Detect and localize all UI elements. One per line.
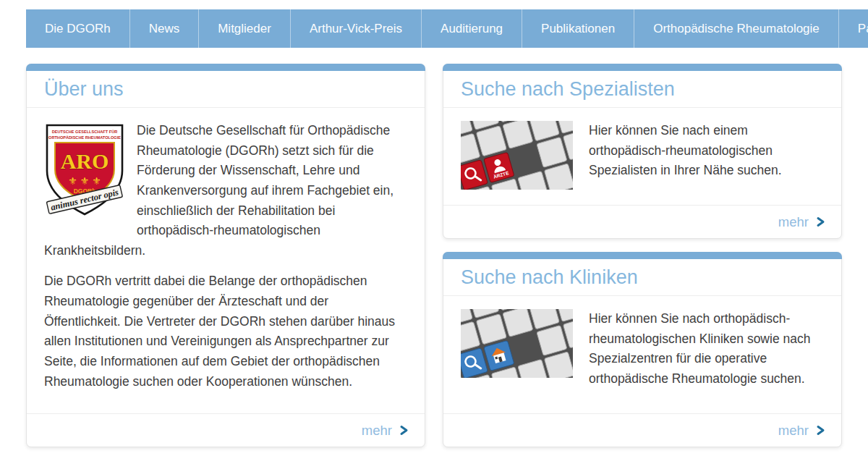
logo-society-name-line2: ORTHOPÄDISCHE RHEUMATOLOGIE <box>48 135 121 140</box>
nav-item-news[interactable]: News <box>130 9 200 48</box>
more-label: mehr <box>778 214 809 230</box>
card-suche-spezialisten: Suche nach Spezialisten <box>443 64 842 239</box>
card-accent-bar <box>443 252 842 259</box>
nav-item-patienten[interactable]: Patienten <box>839 9 868 48</box>
main-navigation: Die DGORh News Mitglieder Arthur-Vick-Pr… <box>26 9 868 48</box>
clinics-body: Hier können Sie nach orthopädisch-rheuma… <box>443 296 841 389</box>
specialists-more-link[interactable]: mehr <box>443 205 841 238</box>
about-paragraph-2: Die DGORh vertritt dabei die Belange der… <box>44 271 407 392</box>
nav-item-publikationen[interactable]: Publikationen <box>522 9 634 48</box>
specialists-text: Hier können Sie nach einem orthopädisch-… <box>589 121 824 190</box>
keyboard-clinics-search-image[interactable] <box>461 309 573 378</box>
logo-initials: ARO <box>61 149 109 173</box>
clinics-text: Hier können Sie nach orthopädisch-rheuma… <box>589 309 824 389</box>
card-title-ueber-uns: Über uns <box>27 71 425 108</box>
about-body: DEUTSCHE GESELLSCHAFT FÜR ORTHOPÄDISCHE … <box>27 108 425 392</box>
about-more-link[interactable]: mehr <box>27 413 425 447</box>
card-title-spezialisten: Suche nach Spezialisten <box>443 71 841 108</box>
card-suche-kliniken: Suche nach Kliniken <box>443 252 842 447</box>
aro-crest-logo: DEUTSCHE GESELLSCHAFT FÜR ORTHOPÄDISCHE … <box>44 123 125 217</box>
card-title-kliniken: Suche nach Kliniken <box>443 259 841 296</box>
specialists-body: ÄRZTE Hier können Sie nach einem orthopä… <box>443 108 841 190</box>
more-label: mehr <box>778 423 809 439</box>
keyboard-doctors-search-image[interactable]: ÄRZTE <box>461 121 573 190</box>
card-ueber-uns: Über uns DEUTSCHE GESELLSCHAFT FÜR ORTHO… <box>26 64 425 447</box>
chevron-right-icon <box>399 425 409 436</box>
nav-item-mitglieder[interactable]: Mitglieder <box>199 9 291 48</box>
logo-society-name-line1: DEUTSCHE GESELLSCHAFT FÜR <box>52 130 117 134</box>
more-label: mehr <box>362 423 392 439</box>
card-accent-bar <box>443 64 842 71</box>
clinics-more-link[interactable]: mehr <box>443 413 841 447</box>
fleur-de-lis-icons: ⚜ ⚜ ⚜ <box>68 175 101 187</box>
nav-item-arthur-vick-preis[interactable]: Arthur-Vick-Preis <box>291 9 422 48</box>
nav-item-die-dgorh[interactable]: Die DGORh <box>26 9 130 48</box>
nav-item-orthopaedische-rheumatologie[interactable]: Orthopädische Rheumatologie <box>634 9 839 48</box>
nav-item-auditierung[interactable]: Auditierung <box>422 9 522 48</box>
chevron-right-icon <box>815 216 825 227</box>
card-accent-bar <box>26 64 425 71</box>
chevron-right-icon <box>815 425 825 436</box>
